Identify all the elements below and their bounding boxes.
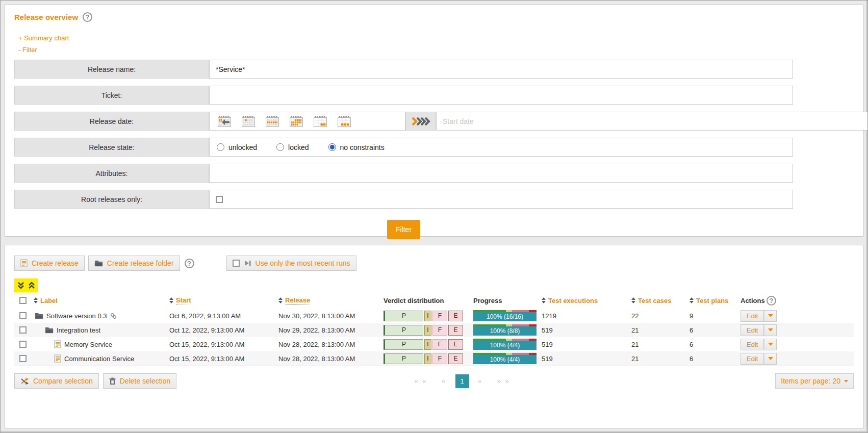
help-icon[interactable] (767, 296, 776, 305)
start-date-forward-button[interactable] (405, 112, 436, 131)
column-header-test-cases[interactable]: Test cases (631, 297, 690, 304)
attributes-input[interactable] (209, 164, 793, 183)
sort-icon[interactable] (34, 297, 38, 303)
edit-split-button: Edit (741, 339, 777, 350)
calendar-working-days-icon[interactable] (338, 116, 351, 127)
filter-section-toggle[interactable]: - Filter (18, 46, 863, 54)
sort-icon[interactable] (542, 297, 546, 303)
calendar-week-icon[interactable] (266, 116, 279, 127)
table-row: Software version 0.3 Oct 6, 2022, 9:13:0… (14, 309, 854, 323)
attributes-row: Attributes: (14, 164, 793, 183)
root-releases-checkbox[interactable] (216, 196, 223, 203)
edit-dropdown-button[interactable] (764, 339, 777, 350)
verdict-failure-segment[interactable]: F (432, 353, 447, 364)
verdict-distribution-bar[interactable]: P I F E (384, 339, 473, 350)
release-state-option-no-constraints[interactable]: no constraints (328, 143, 385, 151)
verdict-error-segment[interactable]: E (448, 325, 463, 336)
create-release-folder-label: Create release folder (107, 259, 174, 267)
column-header-label[interactable]: Label (34, 297, 169, 304)
verdict-inconclusive-segment[interactable]: I (424, 339, 431, 350)
sort-icon[interactable] (631, 297, 635, 303)
ticket-input[interactable] (209, 86, 793, 105)
sort-icon[interactable] (278, 297, 283, 303)
create-release-button[interactable]: Create release (14, 256, 85, 271)
column-header-release[interactable]: Release (278, 296, 384, 304)
compare-selection-button[interactable]: Compare selection (14, 373, 99, 389)
calendar-weekend-icon[interactable] (314, 116, 327, 127)
use-most-recent-runs-button[interactable]: Use only the most recent runs (226, 256, 356, 271)
compare-selection-label: Compare selection (33, 377, 93, 385)
row-checkbox[interactable] (19, 355, 27, 362)
release-state-option-locked[interactable]: locked (276, 143, 309, 151)
tree-expand-controls (14, 278, 38, 292)
summary-chart-toggle[interactable]: + Summary chart (18, 34, 863, 42)
edit-button[interactable]: Edit (741, 310, 764, 322)
expand-all-icon[interactable] (17, 282, 24, 289)
locked-radio-label: locked (288, 143, 309, 151)
release-label-link[interactable]: Memory Service (64, 341, 112, 348)
verdict-failure-segment[interactable]: F (432, 339, 447, 350)
help-icon[interactable] (185, 259, 194, 268)
verdict-failure-segment[interactable]: F (432, 325, 447, 336)
start-date-input[interactable] (436, 112, 868, 131)
verdict-error-segment[interactable]: E (448, 353, 463, 364)
no-constraints-radio[interactable] (328, 143, 336, 151)
verdict-failure-segment[interactable]: F (432, 311, 447, 321)
calendar-previous-day-icon[interactable] (218, 116, 231, 127)
release-state-option-unlocked[interactable]: unlocked (217, 143, 257, 151)
row-checkbox[interactable] (19, 312, 27, 319)
filter-button[interactable]: Filter (387, 220, 420, 239)
verdict-error-segment[interactable]: E (448, 311, 463, 321)
first-page-icon[interactable]: « « (414, 377, 427, 385)
delete-selection-button[interactable]: Delete selection (103, 373, 177, 389)
sort-icon[interactable] (690, 297, 694, 303)
last-page-icon[interactable]: » » (497, 377, 509, 385)
edit-dropdown-button[interactable] (764, 324, 777, 336)
sort-icon[interactable] (169, 297, 173, 303)
release-name-input[interactable] (209, 60, 793, 79)
column-header-test-plans[interactable]: Test plans (690, 297, 741, 304)
help-icon[interactable] (83, 12, 92, 22)
row-checkbox[interactable] (19, 341, 27, 348)
release-label-link[interactable]: Integration test (57, 326, 100, 334)
column-header-start[interactable]: Start (169, 296, 278, 304)
progress-value: 100% (16/16) (473, 312, 537, 321)
items-per-page-button[interactable]: Items per page: 20 (775, 373, 854, 389)
verdict-passed-segment[interactable]: P (384, 325, 423, 336)
collapse-all-icon[interactable] (28, 282, 35, 289)
verdict-distribution-bar[interactable]: P I F E (384, 311, 473, 321)
create-release-folder-button[interactable]: Create release folder (88, 256, 180, 271)
verdict-error-segment[interactable]: E (448, 339, 463, 350)
column-header-test-executions[interactable]: Test executions (542, 297, 631, 304)
verdict-distribution-bar[interactable]: P I F E (384, 353, 473, 364)
release-date-cell: Nov 30, 2022, 8:13:00 AM (278, 312, 384, 320)
previous-page-icon[interactable]: « (442, 377, 447, 385)
verdict-passed-segment[interactable]: P (384, 311, 423, 321)
next-page-icon[interactable]: » (478, 377, 483, 385)
locked-radio[interactable] (276, 143, 284, 151)
edit-button[interactable]: Edit (741, 324, 764, 336)
edit-dropdown-button[interactable] (764, 353, 777, 365)
release-label-link[interactable]: Software version 0.3 (46, 312, 107, 320)
verdict-inconclusive-segment[interactable]: I (424, 325, 431, 336)
select-all-checkbox[interactable] (19, 297, 27, 304)
verdict-passed-segment[interactable]: P (384, 339, 423, 350)
release-date-cell: Nov 28, 2022, 8:13:00 AM (278, 355, 384, 363)
test-executions-cell: 519 (542, 355, 631, 363)
verdict-inconclusive-segment[interactable]: I (424, 353, 431, 364)
release-label-link[interactable]: Communication Service (64, 355, 134, 363)
use-most-recent-runs-checkbox[interactable] (233, 260, 240, 267)
verdict-inconclusive-segment[interactable]: I (424, 311, 431, 321)
edit-button[interactable]: Edit (741, 339, 764, 350)
edit-dropdown-button[interactable] (764, 310, 777, 322)
unlocked-radio[interactable] (217, 143, 224, 151)
edit-split-button: Edit (741, 353, 777, 365)
row-checkbox[interactable] (19, 326, 27, 334)
calendar-month-icon[interactable] (290, 116, 303, 127)
calendar-single-day-icon[interactable] (242, 116, 255, 127)
edit-button[interactable]: Edit (741, 353, 764, 365)
current-page-button[interactable]: 1 (455, 374, 469, 388)
verdict-distribution-bar[interactable]: P I F E (384, 325, 473, 336)
release-name-row: Release name: (14, 60, 793, 79)
verdict-passed-segment[interactable]: P (384, 353, 423, 364)
